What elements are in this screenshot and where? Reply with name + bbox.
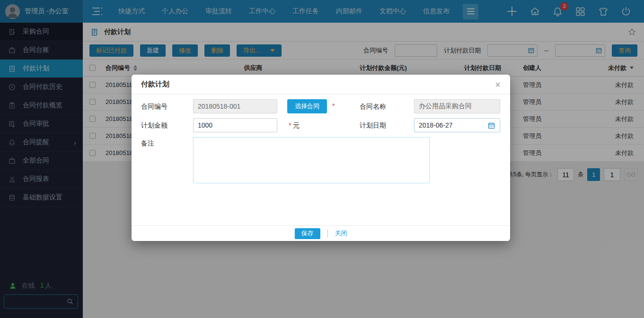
required-mark: *	[332, 102, 335, 110]
payment-plan-dialog: 付款计划 × 合同编号 选择合同 * 合同名称 计划金额 * 元 计划日期 备注…	[132, 75, 510, 241]
dialog-header: 付款计划 ×	[132, 75, 510, 95]
dialog-footer: 保存 关闭	[132, 225, 510, 241]
plan-date-label: 计划日期	[360, 121, 386, 130]
amount-unit: * 元	[289, 121, 300, 130]
amount-field[interactable]	[193, 118, 277, 132]
footer-divider	[327, 230, 328, 238]
dialog-title: 付款计划	[141, 80, 169, 89]
select-contract-button[interactable]: 选择合同	[287, 99, 327, 113]
contract-name-field[interactable]	[414, 99, 500, 113]
save-button[interactable]: 保存	[295, 228, 320, 239]
calendar-icon[interactable]	[487, 121, 495, 129]
required-mark: *	[289, 121, 291, 129]
unit-label: 元	[293, 121, 300, 129]
contract-no-label: 合同编号	[141, 103, 168, 111]
app-window: 管理员 -办公室 快捷方式 个人办公 审批流转 工作中心 工作任务 内部邮件 文…	[0, 0, 644, 318]
close-icon[interactable]: ×	[495, 80, 501, 89]
amount-label: 计划金额	[141, 121, 168, 130]
remark-label: 备注	[141, 139, 154, 148]
contract-no-field[interactable]	[193, 99, 277, 113]
contract-name-label: 合同名称	[360, 103, 386, 111]
dialog-body: 合同编号 选择合同 * 合同名称 计划金额 * 元 计划日期 备注	[132, 95, 510, 225]
remark-textarea[interactable]	[193, 137, 430, 183]
close-button[interactable]: 关闭	[335, 229, 347, 238]
